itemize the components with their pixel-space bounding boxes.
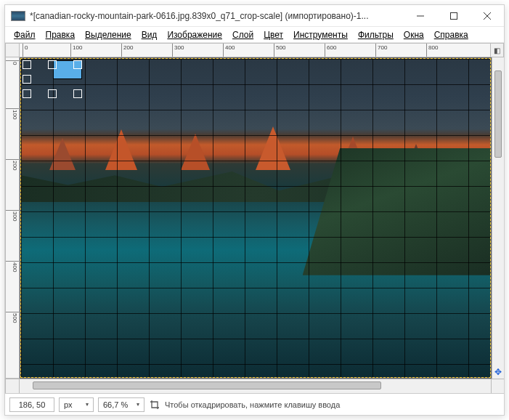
chevron-down-icon: ▾ — [137, 401, 139, 408]
scrollbar-thumb[interactable] — [494, 70, 502, 158]
ruler-tick: 100 — [6, 108, 19, 119]
ruler-vertical[interactable]: 0 100 200 300 400 500 — [5, 57, 20, 379]
app-icon — [11, 11, 25, 21]
horizontal-scrollbar[interactable] — [20, 379, 492, 393]
unit-selector[interactable]: px ▾ — [59, 397, 94, 412]
grid-overlay — [21, 59, 490, 377]
navigate-icon[interactable]: ✥ — [492, 366, 504, 379]
menu-view[interactable]: Вид — [137, 28, 162, 41]
pointer-coordinates: 186, 50 — [9, 397, 54, 412]
minimize-button[interactable] — [404, 5, 437, 27]
canvas-viewport[interactable] — [20, 57, 492, 379]
crop-handle[interactable] — [48, 60, 57, 69]
crop-handle[interactable] — [73, 60, 82, 69]
app-window: *[canadian-rocky-mountain-park-0616.jpg.… — [4, 4, 505, 416]
canvas-image[interactable] — [21, 59, 490, 377]
crop-tool-icon — [149, 399, 160, 411]
menu-layer[interactable]: Слой — [228, 28, 258, 41]
crop-handle[interactable] — [73, 89, 82, 98]
crop-handle[interactable] — [23, 89, 31, 98]
ruler-tick: 800 — [426, 44, 438, 57]
ruler-tick: 100 — [70, 44, 82, 57]
ruler-tick: 300 — [6, 210, 19, 221]
scrollbar-thumb[interactable] — [33, 381, 381, 389]
crop-selection[interactable] — [23, 60, 82, 98]
crop-handle[interactable] — [23, 75, 31, 84]
statusbar: 186, 50 px ▾ 66,7 % ▾ Чтобы откадрироват… — [5, 393, 504, 415]
close-button[interactable] — [471, 5, 504, 27]
ruler-horizontal[interactable]: 0 100 200 300 400 500 600 700 800 — [20, 43, 491, 57]
menu-image[interactable]: Изображение — [163, 28, 227, 41]
quickmask-button[interactable] — [5, 379, 20, 394]
crop-handle[interactable] — [23, 60, 31, 69]
canvas-row: 0 100 200 300 400 500 — [5, 57, 504, 379]
maximize-button[interactable] — [437, 5, 471, 27]
vertical-scrollbar[interactable]: ✥ — [492, 57, 504, 379]
ruler-tick: 0 — [6, 60, 19, 65]
svg-rect-1 — [451, 12, 457, 19]
window-controls — [404, 5, 504, 27]
ruler-row: 0 100 200 300 400 500 600 700 800 ◧ — [5, 43, 504, 57]
menu-file[interactable]: Файл — [9, 28, 40, 41]
scroll-corner — [492, 379, 504, 393]
status-hint: Чтобы откадрировать, нажмите клавишу вво… — [165, 400, 500, 409]
ruler-tick: 600 — [325, 44, 336, 57]
zoom-value: 66,7 % — [103, 400, 128, 409]
menu-windows[interactable]: Окна — [399, 28, 428, 41]
menu-filters[interactable]: Фильтры — [354, 28, 398, 41]
ruler-tick: 400 — [6, 261, 19, 272]
window-title: *[canadian-rocky-mountain-park-0616.jpg.… — [30, 11, 404, 21]
titlebar[interactable]: *[canadian-rocky-mountain-park-0616.jpg.… — [5, 5, 504, 27]
ruler-tick: 700 — [375, 44, 387, 57]
unit-label: px — [64, 400, 73, 409]
menubar: Файл Правка Выделение Вид Изображение Сл… — [5, 27, 504, 43]
menu-help[interactable]: Справка — [430, 28, 473, 41]
menu-select[interactable]: Выделение — [81, 28, 136, 41]
hscroll-row — [5, 379, 504, 393]
ruler-tick: 0 — [23, 44, 28, 57]
ruler-tick: 200 — [6, 159, 19, 170]
menu-edit[interactable]: Правка — [41, 28, 80, 41]
quickmask-toggle[interactable]: ◧ — [491, 43, 504, 57]
ruler-tick: 200 — [121, 44, 133, 57]
chevron-down-icon: ▾ — [86, 401, 89, 408]
ruler-tick: 500 — [6, 312, 19, 323]
ruler-tick: 500 — [274, 44, 285, 57]
menu-color[interactable]: Цвет — [259, 28, 288, 41]
ruler-origin[interactable] — [5, 43, 20, 57]
zoom-selector[interactable]: 66,7 % ▾ — [98, 397, 144, 412]
ruler-tick: 400 — [223, 44, 235, 57]
menu-tools[interactable]: Инструменты — [289, 28, 352, 41]
crop-handle[interactable] — [48, 89, 57, 98]
ruler-tick: 300 — [172, 44, 184, 57]
